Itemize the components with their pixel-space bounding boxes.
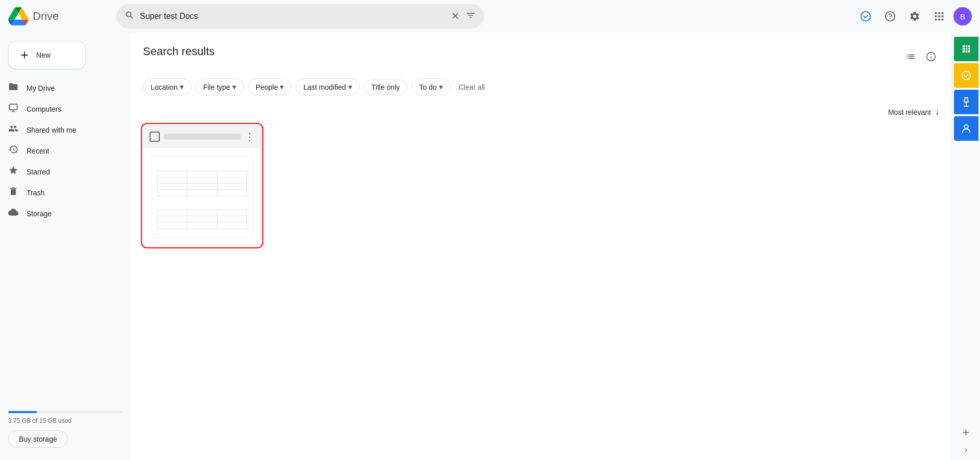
sort-arrow-icon[interactable]: ↓ (935, 108, 939, 117)
filter-chip-location-label: Location (151, 83, 178, 91)
filter-chip-file-type[interactable]: File type ▾ (195, 79, 244, 95)
filter-chip-location[interactable]: Location ▾ (143, 79, 191, 95)
svg-point-0 (861, 12, 870, 21)
sidebar: New My Drive Computers (0, 33, 131, 460)
filter-chip-file-type-label: File type (203, 83, 230, 91)
sidebar-item-shared-with-me-label: Shared with me (27, 126, 76, 134)
new-button-label: New (36, 51, 51, 59)
search-icon (125, 10, 135, 23)
file-type-chevron-icon: ▾ (232, 82, 236, 92)
svg-point-18 (962, 71, 970, 80)
search-clear-icon[interactable] (450, 11, 460, 22)
file-card-preview (143, 148, 261, 246)
svg-rect-4 (938, 12, 940, 14)
sidebar-item-trash-label: Trash (27, 189, 44, 197)
svg-rect-7 (938, 15, 940, 17)
svg-rect-10 (938, 19, 940, 21)
file-card[interactable]: ⋮ (143, 125, 261, 246)
content-area: Search results Location ▾ (131, 33, 951, 460)
sidebar-item-trash[interactable]: Trash (0, 182, 122, 203)
filter-row: Location ▾ File type ▾ People ▾ Last mod… (143, 79, 939, 95)
file-card-title-blurred (164, 134, 240, 140)
drive-logo-icon (8, 6, 29, 27)
doc-table-1 (157, 171, 247, 196)
sort-label[interactable]: Most relevant (888, 108, 931, 116)
task-complete-icon-btn[interactable] (855, 6, 876, 27)
svg-rect-13 (962, 45, 970, 53)
filter-chip-to-do[interactable]: To do ▾ (411, 79, 450, 95)
collapse-panel-button[interactable]: › (956, 444, 976, 456)
my-drive-icon (8, 82, 18, 94)
svg-rect-3 (935, 12, 937, 14)
file-card-header: ⋮ (143, 125, 261, 148)
sidebar-item-recent[interactable]: Recent (0, 140, 122, 161)
filter-chip-last-modified-label: Last modified (303, 83, 346, 91)
search-bar[interactable] (116, 4, 484, 29)
computers-icon (8, 103, 18, 115)
svg-point-19 (964, 125, 968, 129)
user-avatar[interactable]: B (953, 7, 972, 25)
page-title: Search results (143, 45, 215, 58)
svg-rect-11 (942, 19, 944, 21)
sheets-panel-tab[interactable] (954, 37, 978, 61)
file-card-checkbox[interactable] (150, 132, 160, 142)
filter-chip-people-label: People (256, 83, 278, 91)
header: Drive (0, 0, 980, 33)
people-chevron-icon: ▾ (280, 82, 284, 92)
location-chevron-icon: ▾ (180, 82, 184, 92)
sidebar-item-computers-label: Computers (27, 105, 61, 113)
buy-storage-button[interactable]: Buy storage (8, 430, 68, 448)
search-input[interactable] (140, 12, 445, 21)
apps-grid-icon-btn[interactable] (929, 6, 949, 27)
svg-rect-6 (935, 15, 937, 17)
to-do-chevron-icon: ▾ (439, 82, 443, 92)
file-card-menu-icon[interactable]: ⋮ (244, 131, 255, 143)
storage-bar-background (8, 411, 122, 413)
sidebar-item-my-drive[interactable]: My Drive (0, 78, 122, 98)
contacts-panel-tab[interactable] (954, 116, 978, 141)
svg-rect-8 (942, 15, 944, 17)
new-button[interactable]: New (8, 41, 86, 69)
sidebar-item-starred-label: Starred (27, 168, 50, 176)
starred-icon (8, 165, 18, 178)
sort-bar: Most relevant ↓ (143, 108, 939, 117)
svg-rect-5 (942, 12, 944, 14)
shared-with-me-icon (8, 123, 18, 136)
filter-chip-title-only-label: Title only (372, 83, 400, 91)
filter-chip-people[interactable]: People ▾ (248, 79, 292, 95)
right-panel: + › (951, 33, 980, 460)
svg-point-2 (890, 18, 891, 19)
main-layout: New My Drive Computers (0, 33, 980, 460)
storage-usage-text: 3.75 GB of 15 GB used (8, 417, 122, 424)
help-icon-btn[interactable] (880, 6, 900, 27)
sidebar-item-shared-with-me[interactable]: Shared with me (0, 119, 122, 140)
sidebar-item-recent-label: Recent (27, 147, 49, 155)
list-view-toggle[interactable] (902, 48, 919, 65)
storage-bar-fill (8, 411, 37, 413)
recent-icon (8, 144, 18, 157)
clear-all-button[interactable]: Clear all (455, 80, 489, 94)
sidebar-item-storage-label: Storage (27, 210, 52, 218)
search-filter-icon[interactable] (465, 10, 476, 23)
doc-table-2 (157, 210, 247, 229)
sidebar-item-my-drive-label: My Drive (27, 84, 55, 92)
add-panel-button[interactable]: + (956, 422, 976, 443)
filter-chip-title-only[interactable]: Title only (364, 80, 408, 95)
last-modified-chevron-icon: ▾ (348, 82, 352, 92)
svg-rect-9 (935, 19, 937, 21)
tasks-panel-tab[interactable] (954, 63, 978, 88)
sidebar-item-storage[interactable]: Storage (0, 203, 122, 224)
document-preview (152, 156, 253, 238)
sidebar-item-computers[interactable]: Computers (0, 98, 122, 119)
sidebar-item-starred[interactable]: Starred (0, 161, 122, 182)
filter-chip-to-do-label: To do (419, 83, 436, 91)
filter-chip-last-modified[interactable]: Last modified ▾ (296, 79, 359, 95)
storage-icon (8, 207, 18, 220)
logo-area: Drive (8, 6, 110, 27)
header-right: B (855, 6, 972, 27)
storage-section: 3.75 GB of 15 GB used Buy storage (0, 403, 131, 456)
keep-panel-tab[interactable] (954, 90, 978, 114)
logo-text: Drive (33, 10, 59, 23)
info-button[interactable] (923, 48, 939, 65)
settings-icon-btn[interactable] (904, 6, 925, 27)
